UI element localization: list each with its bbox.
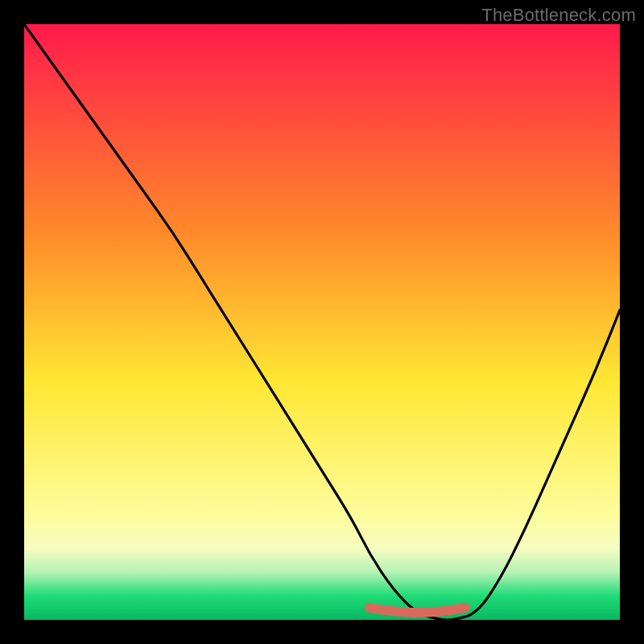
optimal-range-marker (369, 608, 464, 613)
gradient-background (24, 24, 620, 620)
bottleneck-chart (0, 0, 644, 644)
chart-stage: { "watermark": "TheBottleneck.com", "col… (0, 0, 644, 644)
